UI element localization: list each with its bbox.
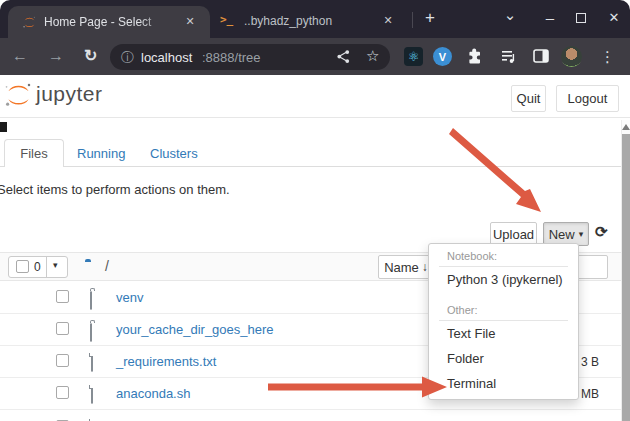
row-checkbox[interactable] (56, 322, 69, 335)
group-divider (46, 257, 47, 277)
item-link[interactable]: _requirements.txt (116, 354, 216, 369)
menu-item-folder[interactable]: Folder (447, 351, 484, 366)
row-checkbox[interactable] (56, 290, 69, 303)
row-checkbox[interactable] (56, 386, 69, 399)
new-menu: Notebook: Python 3 (ipykernel) Other: Te… (428, 243, 579, 400)
item-link[interactable]: your_cache_dir_goes_here (116, 322, 274, 337)
menu-section-header: Other: (447, 304, 478, 316)
file-row-partial: 15 d 31 B (0, 409, 621, 421)
tab-home-page[interactable]: Home Page - Select ✕ (8, 6, 210, 38)
scrollbar-up-arrow-icon[interactable] (622, 124, 630, 130)
menu-item-terminal[interactable]: Terminal (447, 376, 496, 391)
folder-icon (90, 323, 92, 342)
tab-divider (412, 12, 413, 28)
site-info-icon[interactable]: ⓘ (121, 49, 134, 67)
media-playlist-icon[interactable] (500, 48, 517, 65)
menu-item-text-file[interactable]: Text File (447, 326, 495, 341)
new-tab-button[interactable]: + (420, 8, 440, 28)
bookmark-star-icon[interactable]: ☆ (366, 47, 379, 65)
menu-divider (439, 320, 568, 321)
back-icon[interactable]: ← (12, 47, 28, 65)
file-icon (91, 385, 93, 404)
jupyter-wordmark: jupyter (36, 82, 103, 106)
share-icon[interactable] (336, 49, 351, 64)
sort-by-name-button[interactable]: Name↓ (378, 255, 434, 279)
file-size: 3 B (581, 355, 599, 369)
minimize-button[interactable]: – (540, 9, 560, 26)
tab-close-icon[interactable]: ✕ (380, 13, 396, 29)
window-close-button[interactable]: ✕ (604, 10, 624, 25)
header-divider (0, 117, 630, 118)
extensions-puzzle-icon[interactable] (466, 48, 483, 65)
select-all-checkbox[interactable] (16, 260, 29, 273)
file-icon (91, 353, 93, 372)
logout-button[interactable]: Logout (556, 85, 619, 112)
select-dropdown-caret-icon[interactable]: ▾ (53, 260, 58, 270)
browser-window: Home Page - Select ✕ >_ ..byhadz_python … (0, 0, 630, 421)
sort-arrow-icon: ↓ (422, 260, 428, 274)
tab-clusters[interactable]: Clusters (150, 146, 198, 161)
selected-count: 0 (34, 260, 41, 274)
hint-text: Select items to perform actions on them. (0, 182, 230, 197)
react-devtools-icon[interactable]: ⚛ (404, 47, 423, 66)
jupyter-logo-icon (4, 81, 33, 110)
forward-icon[interactable]: → (48, 47, 64, 65)
url-host: localhost (141, 50, 192, 65)
tab-title: Home Page - Select (44, 15, 176, 29)
reload-icon[interactable]: ↻ (84, 46, 97, 65)
refresh-list-icon[interactable]: ⟳ (595, 223, 608, 241)
item-link[interactable]: anaconda.sh (116, 386, 190, 401)
menu-divider (439, 266, 568, 267)
tab-files[interactable]: Files (4, 139, 64, 167)
menu-section-header: Notebook: (447, 250, 497, 262)
tabbar-baseline (0, 166, 621, 167)
edge-artifact (0, 122, 7, 132)
tab-close-icon[interactable]: ✕ (182, 14, 198, 30)
tab-running[interactable]: Running (77, 146, 125, 161)
address-bar[interactable]: ⓘ localhost:8888/tree ☆ (110, 44, 390, 70)
item-link[interactable]: venv (116, 290, 143, 305)
file-size: MB (581, 387, 599, 401)
select-all-group: 0 ▾ (8, 256, 68, 278)
browser-menu-dots-icon[interactable]: ⋮ (600, 48, 615, 66)
tab-strip: Home Page - Select ✕ >_ ..byhadz_python … (0, 0, 630, 38)
folder-icon (90, 291, 92, 310)
breadcrumb[interactable]: / (105, 258, 109, 274)
scrollbar-thumb[interactable] (622, 134, 630, 421)
tab-title: ..byhadz_python (244, 14, 332, 28)
caret-down-icon: ▾ (579, 229, 584, 239)
profile-avatar[interactable] (561, 46, 582, 67)
v-extension-icon[interactable]: V (433, 47, 452, 66)
tab-terminal[interactable]: >_ ..byhadz_python ✕ (214, 6, 406, 36)
menu-item-python3[interactable]: Python 3 (ipykernel) (447, 272, 563, 287)
tab-search-chevron-icon[interactable]: ⌄ (500, 6, 520, 24)
terminal-favicon-icon: >_ (220, 13, 233, 26)
quit-button[interactable]: Quit (511, 85, 546, 112)
url-path: :8888/tree (202, 50, 261, 65)
jupyter-favicon-icon (22, 15, 37, 30)
side-panel-icon[interactable] (533, 49, 549, 63)
row-checkbox[interactable] (56, 354, 69, 367)
maximize-button[interactable] (576, 13, 586, 23)
